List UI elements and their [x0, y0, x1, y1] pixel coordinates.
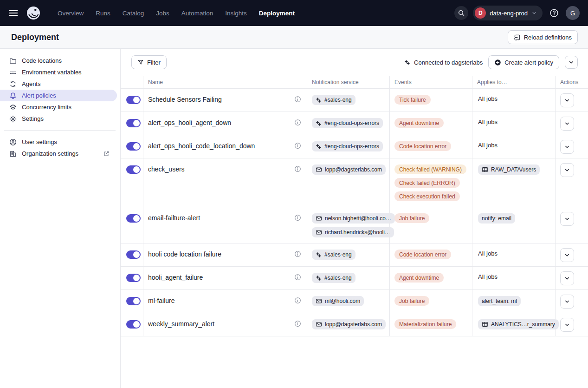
search-button[interactable] [454, 6, 468, 20]
dagster-logo[interactable] [26, 6, 41, 20]
row-enabled-toggle[interactable] [126, 250, 141, 259]
applies-to-cell: All jobs [472, 89, 555, 112]
sidebar-item-concurrency-limits[interactable]: Concurrency limits [0, 101, 120, 113]
sidebar-item-organization-settings[interactable]: Organization settings [0, 148, 120, 159]
row-actions-button[interactable] [560, 163, 574, 177]
notification-service-cell: #eng-cloud-ops-errors [307, 135, 389, 158]
toggle-cell [121, 135, 143, 158]
nav-item-catalog[interactable]: Catalog [123, 10, 144, 17]
row-enabled-toggle[interactable] [126, 119, 141, 127]
nav-item-automation[interactable]: Automation [181, 10, 213, 17]
slack-icon [316, 120, 322, 126]
row-actions-button[interactable] [560, 93, 574, 107]
sidebar-item-alert-policies[interactable]: Alert policies [0, 90, 117, 101]
help-button[interactable] [547, 6, 561, 20]
sidebar-divider [4, 130, 116, 131]
sidebar-item-label: Organization settings [22, 150, 78, 157]
column-header: Applies to… [472, 76, 555, 88]
sidebar-item-settings[interactable]: Settings [0, 113, 120, 125]
row-enabled-toggle[interactable] [126, 297, 141, 305]
applies-to-cell: notify: email [472, 207, 555, 243]
row-enabled-toggle[interactable] [126, 274, 141, 282]
info-icon[interactable] [294, 165, 301, 172]
slack-icon [316, 144, 322, 150]
notification-service-cell: lopp@dagsterlabs.com [307, 158, 389, 207]
notification-label: #sales-eng [324, 97, 352, 103]
row-actions-button[interactable] [560, 140, 574, 154]
actions-cell [555, 89, 588, 112]
gear-icon [9, 115, 17, 123]
notification-service-cell: lopp@dagsterlabs.com [307, 313, 389, 336]
org-switcher[interactable]: D data-eng-prod [473, 6, 543, 20]
nav-item-deployment[interactable]: Deployment [259, 10, 295, 17]
nav-item-jobs[interactable]: Jobs [156, 10, 169, 17]
sidebar-item-environment-variables[interactable]: Environment variables [0, 66, 120, 78]
sidebar-item-label: Code locations [22, 57, 62, 64]
info-icon[interactable] [294, 274, 301, 281]
events-cell: Check failed (WARNING)Check failed (ERRO… [389, 158, 472, 207]
email-icon [316, 229, 322, 236]
sidebar-item-user-settings[interactable]: User settings [0, 136, 120, 148]
table-icon [482, 166, 488, 173]
alert-policy-name: check_users [148, 165, 185, 173]
reload-definitions-button[interactable]: Reload definitions [508, 30, 578, 44]
info-icon[interactable] [294, 119, 301, 126]
info-icon[interactable] [294, 250, 301, 257]
reload-icon [514, 34, 521, 41]
applies-to-value: All jobs [478, 250, 498, 257]
create-alert-policy-button[interactable]: Create alert policy [488, 55, 559, 69]
top-nav: OverviewRunsCatalogJobsAutomationInsight… [0, 0, 588, 26]
name-cell: email-failture-alert [143, 207, 307, 243]
row-enabled-toggle[interactable] [126, 165, 141, 174]
row-actions-button[interactable] [560, 117, 574, 131]
nav-item-insights[interactable]: Insights [225, 10, 247, 17]
info-icon[interactable] [294, 142, 301, 149]
sidebar-item-label: User settings [22, 138, 57, 145]
info-icon[interactable] [294, 214, 301, 221]
user-avatar[interactable]: G [566, 6, 580, 20]
sidebar-item-agents[interactable]: Agents [0, 78, 120, 90]
primary-nav: OverviewRunsCatalogJobsAutomationInsight… [58, 10, 295, 17]
row-actions-button[interactable] [560, 248, 574, 262]
alert-policies-toolbar: Filter Connected to dagsterlabs Create a… [121, 49, 588, 76]
row-actions-button[interactable] [560, 212, 574, 226]
info-icon[interactable] [294, 96, 301, 103]
email-icon [316, 321, 322, 328]
row-enabled-toggle[interactable] [126, 320, 141, 329]
chevron-down-icon [564, 322, 570, 328]
events-cell: Tick failure [389, 89, 472, 112]
email-icon [316, 215, 322, 222]
chevron-down-icon [531, 10, 537, 16]
filter-button[interactable]: Filter [131, 55, 167, 69]
more-options-button[interactable] [565, 56, 578, 69]
notification-chip: #sales-eng [312, 250, 355, 260]
applies-to-cell: All jobs [472, 243, 555, 266]
sidebar-item-code-locations[interactable]: Code locations [0, 55, 120, 66]
event-badge: Tick failure [394, 95, 431, 105]
toggle-knob [133, 215, 140, 222]
info-icon[interactable] [294, 297, 301, 304]
notification-chip: #sales-eng [312, 95, 355, 105]
layers-icon [9, 104, 17, 111]
row-actions-button[interactable] [560, 318, 574, 332]
info-icon[interactable] [294, 320, 301, 327]
row-actions-button[interactable] [560, 295, 574, 309]
slack-icon [316, 275, 322, 281]
toggle-knob [133, 298, 140, 304]
name-cell: hooli code location failure [143, 243, 307, 266]
nav-item-runs[interactable]: Runs [96, 10, 110, 17]
nav-item-overview[interactable]: Overview [58, 10, 84, 17]
row-enabled-toggle[interactable] [126, 214, 141, 223]
filter-icon [137, 59, 144, 66]
slack-icon [316, 252, 322, 258]
event-badge: Check execution failed [394, 191, 460, 201]
slack-icon [404, 59, 410, 66]
hamburger-menu-icon[interactable] [7, 7, 19, 19]
applies-to-label: alert_team: ml [482, 298, 517, 304]
row-enabled-toggle[interactable] [126, 96, 141, 104]
row-enabled-toggle[interactable] [126, 142, 141, 151]
events-cell: Job failure [389, 290, 472, 313]
row-actions-button[interactable] [560, 271, 574, 285]
notification-service-cell: #sales-eng [307, 243, 389, 266]
notification-chip: lopp@dagsterlabs.com [312, 319, 386, 329]
